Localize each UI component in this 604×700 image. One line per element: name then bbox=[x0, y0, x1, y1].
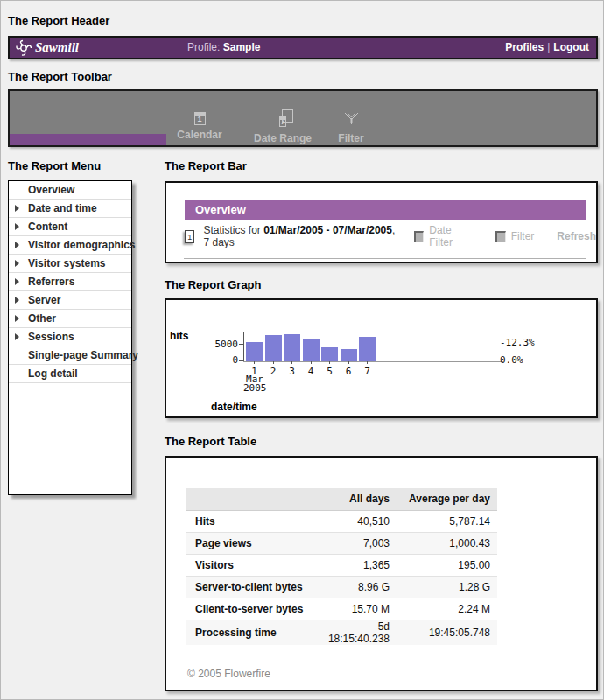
calendar-icon[interactable]: 1 bbox=[185, 230, 194, 243]
statistics-text: Statistics for 01/Mar/2005 - 07/Mar/2005… bbox=[203, 224, 397, 248]
filter-label: Filter bbox=[511, 230, 535, 242]
table-row-visitors: Visitors1,365195.00 bbox=[186, 554, 497, 576]
expand-arrow-icon bbox=[15, 223, 19, 230]
all-days-value: 7,003 bbox=[318, 532, 395, 554]
x-tick-mark bbox=[291, 361, 292, 364]
expand-arrow-icon bbox=[15, 333, 19, 340]
copyright-footer: © 2005 Flowerfire bbox=[187, 668, 270, 680]
toolbar-button-label: Filter bbox=[338, 132, 363, 144]
expand-arrow-icon bbox=[15, 260, 19, 267]
x-tick-mark bbox=[348, 361, 349, 364]
menu-item-other[interactable]: Other bbox=[9, 310, 131, 328]
profiles-link[interactable]: Profiles bbox=[505, 41, 544, 53]
menu-item-label: Date and time bbox=[28, 202, 97, 214]
refresh-button[interactable]: Refresh bbox=[557, 230, 596, 242]
graph-y-axis-title: hits bbox=[170, 330, 188, 342]
expand-arrow-icon bbox=[15, 278, 19, 285]
column-header-all-days: All days bbox=[318, 488, 395, 510]
graph-x-axis-title: date/time bbox=[211, 401, 257, 413]
link-separator: | bbox=[544, 41, 553, 53]
expand-arrow-icon bbox=[15, 242, 19, 248]
sawmill-logo-icon bbox=[15, 39, 32, 57]
table-row-page-views: Page views7,0031,000.43 bbox=[186, 532, 497, 554]
toolbar-button-calendar[interactable]: 1Calendar bbox=[169, 112, 230, 141]
x-tick-mark bbox=[273, 361, 274, 364]
report-graph-panel: hits 5000 0 Mar2005 -12.3% 0.0% date/tim… bbox=[165, 298, 598, 418]
table-header-row: All days Average per day bbox=[186, 488, 497, 510]
average-per-day-value: 2.24 M bbox=[395, 598, 497, 620]
menu-item-referrers[interactable]: Referrers bbox=[9, 273, 131, 291]
all-days-value: 15.70 M bbox=[318, 598, 395, 620]
menu-item-label: Content bbox=[28, 220, 67, 233]
toolbar-button-date-range[interactable]: 7Date Range bbox=[244, 112, 321, 144]
table-row-hits: Hits40,5105,787.14 bbox=[186, 510, 497, 532]
chart-bar-day-4 bbox=[303, 339, 320, 361]
report-bar-panel: Overview 1 Statistics for 01/Mar/2005 - … bbox=[165, 181, 598, 263]
column-header-blank bbox=[186, 488, 318, 510]
menu-item-label: Other bbox=[28, 312, 56, 325]
menu-item-label: Referrers bbox=[28, 276, 74, 288]
filter-checkbox[interactable] bbox=[495, 231, 506, 242]
row-label: Processing time bbox=[186, 620, 318, 645]
chart-bar-day-5 bbox=[321, 347, 338, 361]
toolbar-button-label: Date Range bbox=[254, 132, 312, 144]
section-heading-report-bar: The Report Bar bbox=[165, 159, 247, 172]
report-title-bar: Overview bbox=[185, 200, 586, 220]
report-table-panel: All days Average per day Hits40,5105,787… bbox=[165, 456, 598, 691]
row-label: Hits bbox=[186, 510, 318, 532]
date-range-icon: 7 bbox=[279, 112, 285, 129]
logout-link[interactable]: Logout bbox=[553, 41, 589, 53]
report-toolbar: 1Calendar7Date RangeFilter bbox=[8, 89, 598, 147]
filter-icon bbox=[344, 112, 359, 129]
average-per-day-value: 1.28 G bbox=[395, 576, 497, 598]
x-tick-mark bbox=[311, 361, 312, 364]
sawmill-logo[interactable]: Sawmill bbox=[15, 38, 79, 57]
average-per-day-value: 195.00 bbox=[395, 554, 497, 576]
row-label: Page views bbox=[186, 532, 318, 554]
toolbar-button-filter[interactable]: Filter bbox=[323, 112, 379, 144]
toolbar-accent-strip bbox=[10, 134, 166, 145]
menu-item-single-page-summary[interactable]: Single-page Summary bbox=[9, 346, 131, 365]
x-tick-label: 1 bbox=[245, 366, 263, 377]
header-links: Profiles|Logout bbox=[505, 41, 589, 53]
menu-item-overview[interactable]: Overview bbox=[9, 181, 131, 200]
y-tick-label-0: 0 bbox=[201, 354, 238, 366]
menu-item-content[interactable]: Content bbox=[9, 218, 131, 236]
expand-arrow-icon bbox=[15, 297, 19, 304]
menu-item-visitor-demographics[interactable]: Visitor demographics bbox=[9, 236, 131, 255]
table-row-client-to-server-bytes: Client-to-server bytes15.70 M2.24 M bbox=[186, 598, 497, 620]
statistics-table: All days Average per day Hits40,5105,787… bbox=[186, 488, 497, 645]
menu-item-label: Sessions bbox=[28, 331, 74, 343]
page: The Report Header The Report Toolbar The… bbox=[0, 0, 604, 700]
menu-item-label: Visitor systems bbox=[28, 257, 106, 270]
chart-bar-day-2 bbox=[265, 335, 282, 361]
date-filter-label: Date Filter bbox=[429, 224, 471, 248]
menu-item-sessions[interactable]: Sessions bbox=[9, 328, 131, 346]
menu-item-label: Single-page Summary bbox=[28, 349, 138, 361]
x-tick-label: 4 bbox=[302, 366, 320, 377]
profile-prefix: Profile: bbox=[187, 41, 220, 53]
expand-arrow-icon bbox=[15, 205, 19, 212]
date-filter-checkbox[interactable] bbox=[414, 231, 425, 242]
y-tick-label-5000: 5000 bbox=[201, 339, 238, 350]
average-per-day-value: 5,787.14 bbox=[395, 510, 497, 532]
menu-item-log-detail[interactable]: Log detail bbox=[9, 365, 131, 383]
table-row-server-to-client-bytes: Server-to-client bytes8.96 G1.28 G bbox=[186, 576, 497, 598]
x-tick-label: 2 bbox=[264, 366, 283, 377]
x-tick-mark bbox=[329, 361, 330, 364]
all-days-value: 40,510 bbox=[318, 510, 395, 532]
chart-bar-day-3 bbox=[284, 334, 300, 361]
x-tick-mark bbox=[254, 361, 255, 364]
column-header-average-per-day: Average per day bbox=[395, 488, 497, 510]
report-stats-row: 1 Statistics for 01/Mar/2005 - 07/Mar/20… bbox=[185, 228, 596, 245]
menu-item-date-and-time[interactable]: Date and time bbox=[9, 200, 131, 218]
table-row-processing-time: Processing time5d 18:15:40.23819:45:05.7… bbox=[186, 620, 497, 645]
logo-wordmark: Sawmill bbox=[35, 40, 79, 55]
menu-item-visitor-systems[interactable]: Visitor systems bbox=[9, 255, 131, 273]
chart-bar-day-7 bbox=[359, 337, 376, 361]
menu-item-label: Visitor demographics bbox=[28, 239, 135, 251]
change-percent-label: -12.3% bbox=[500, 337, 535, 348]
menu-item-server[interactable]: Server bbox=[9, 291, 131, 310]
section-heading-report-toolbar: The Report Toolbar bbox=[8, 70, 112, 83]
expand-arrow-icon bbox=[15, 315, 19, 322]
